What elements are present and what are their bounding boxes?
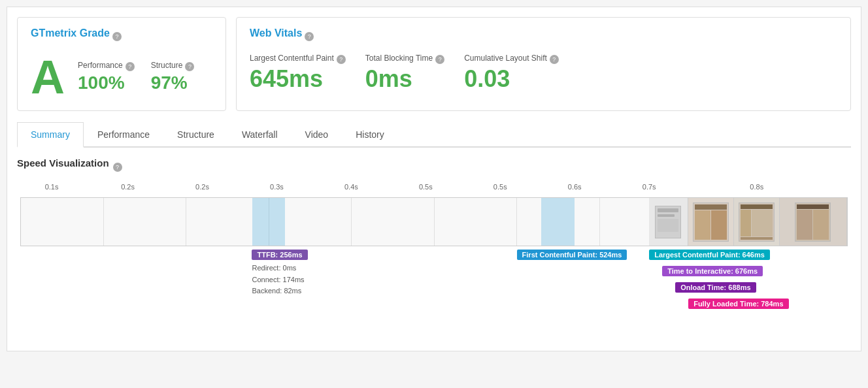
speed-viz-section: Speed Visualization ? 0.1s 0.2s 0.2s 0.3… — [17, 157, 851, 341]
structure-help-icon[interactable]: ? — [185, 62, 194, 71]
timeline-track — [20, 197, 848, 246]
tabs-container: Summary Performance Structure Waterfall … — [17, 121, 851, 148]
tab-history[interactable]: History — [342, 122, 398, 148]
ttfb-details: Redirect: 0ms Connect: 174ms Backend: 82… — [252, 263, 307, 297]
tbt-vital: Total Blocking Time ? 0ms — [365, 54, 444, 93]
structure-label: Structure — [151, 61, 183, 70]
lcp-vital: Largest Contentful Paint ? 645ms — [250, 54, 346, 93]
redirect-detail: Redirect: 0ms — [252, 263, 307, 274]
cls-help-icon[interactable]: ? — [550, 55, 559, 64]
timeline-label-02b: 0.2s — [195, 183, 209, 191]
lcp-annotation: Largest Contentful Paint: 646ms — [649, 250, 770, 260]
tab-summary[interactable]: Summary — [17, 122, 84, 148]
screenshot-thumb-3 — [734, 198, 780, 246]
fcp-label: First Contentful Paint: 524ms — [517, 250, 627, 260]
tbt-help-icon[interactable]: ? — [435, 55, 444, 64]
grade-metrics: Performance ? 100% Structure ? 97% — [78, 61, 194, 93]
timeline-label-06: 0.6s — [568, 183, 582, 191]
speed-viz-help-icon[interactable]: ? — [113, 163, 122, 172]
timeline-label-05b: 0.5s — [493, 183, 507, 191]
speed-viz-title: Speed Visualization — [17, 157, 109, 169]
vitals-help-icon[interactable]: ? — [305, 32, 314, 41]
screenshot-thumb-1 — [649, 198, 688, 246]
performance-metric: Performance ? 100% — [78, 61, 135, 93]
grade-section: GTmetrix Grade ? A Performance ? 100% — [17, 17, 226, 111]
grade-letter: A — [31, 54, 65, 101]
tti-annotation: Time to Interactive: 676ms — [649, 266, 763, 276]
annotations-container: TTFB: 256ms Redirect: 0ms Connect: 174ms… — [20, 250, 848, 341]
backend-detail: Backend: 82ms — [252, 285, 307, 297]
lcp-label: Largest Contentful Paint: 646ms — [649, 250, 770, 260]
timeline-container: 0.1s 0.2s 0.2s 0.3s 0.4s 0.5s 0.5s 0.6s … — [17, 183, 851, 341]
vitals-title: Web Vitals — [250, 27, 302, 39]
fully-loaded-label: Fully Loaded Time: 784ms — [688, 299, 788, 309]
main-container: GTmetrix Grade ? A Performance ? 100% — [7, 7, 861, 351]
onload-label: Onload Time: 688ms — [675, 282, 756, 293]
ttfb-annotation: TTFB: 256ms Redirect: 0ms Connect: 174ms… — [252, 250, 307, 297]
structure-value: 97% — [151, 73, 195, 93]
timeline-label-01: 0.1s — [45, 183, 59, 191]
tab-waterfall[interactable]: Waterfall — [228, 122, 292, 148]
tti-label: Time to Interactive: 676ms — [662, 266, 763, 276]
performance-label: Performance — [78, 61, 123, 70]
lcp-label: Largest Contentful Paint — [250, 54, 334, 63]
lcp-help-icon[interactable]: ? — [337, 55, 346, 64]
screenshot-thumb-2 — [688, 198, 734, 246]
grade-title: GTmetrix Grade — [31, 27, 110, 39]
fcp-bar — [541, 198, 575, 246]
timeline-label-07: 0.7s — [643, 183, 656, 191]
performance-value: 100% — [78, 73, 135, 93]
screenshots-area — [649, 198, 847, 246]
timeline-label-02a: 0.2s — [121, 183, 135, 191]
tab-performance[interactable]: Performance — [84, 122, 163, 148]
screenshot-thumb-4 — [780, 198, 847, 246]
timeline-label-08: 0.8s — [750, 183, 763, 191]
tbt-label: Total Blocking Time — [365, 54, 433, 63]
cls-label: Cumulative Layout Shift — [464, 54, 547, 63]
vitals-section: Web Vitals ? Largest Contentful Paint ? … — [236, 17, 851, 111]
cls-vital: Cumulative Layout Shift ? 0.03 — [464, 54, 559, 93]
tab-structure[interactable]: Structure — [163, 122, 228, 148]
onload-annotation: Onload Time: 688ms — [649, 282, 756, 293]
connect-detail: Connect: 174ms — [252, 274, 307, 286]
timeline-label-03: 0.3s — [270, 183, 284, 191]
cls-value: 0.03 — [464, 65, 559, 93]
top-section: GTmetrix Grade ? A Performance ? 100% — [17, 17, 851, 111]
fcp-annotation: First Contentful Paint: 524ms — [517, 250, 627, 260]
structure-metric: Structure ? 97% — [151, 61, 195, 93]
vitals-grid: Largest Contentful Paint ? 645ms Total B… — [250, 54, 837, 93]
timeline-label-05a: 0.5s — [419, 183, 433, 191]
grade-help-icon[interactable]: ? — [112, 32, 122, 41]
ttfb-bar — [252, 198, 286, 246]
performance-help-icon[interactable]: ? — [125, 62, 135, 71]
ttfb-label: TTFB: 256ms — [252, 250, 307, 260]
tab-video[interactable]: Video — [292, 122, 342, 148]
tbt-value: 0ms — [365, 65, 444, 93]
lcp-value: 645ms — [250, 65, 346, 93]
fully-loaded-annotation: Fully Loaded Time: 784ms — [649, 299, 788, 309]
grade-box: A Performance ? 100% Structure — [31, 54, 194, 101]
timeline-label-04: 0.4s — [344, 183, 358, 191]
